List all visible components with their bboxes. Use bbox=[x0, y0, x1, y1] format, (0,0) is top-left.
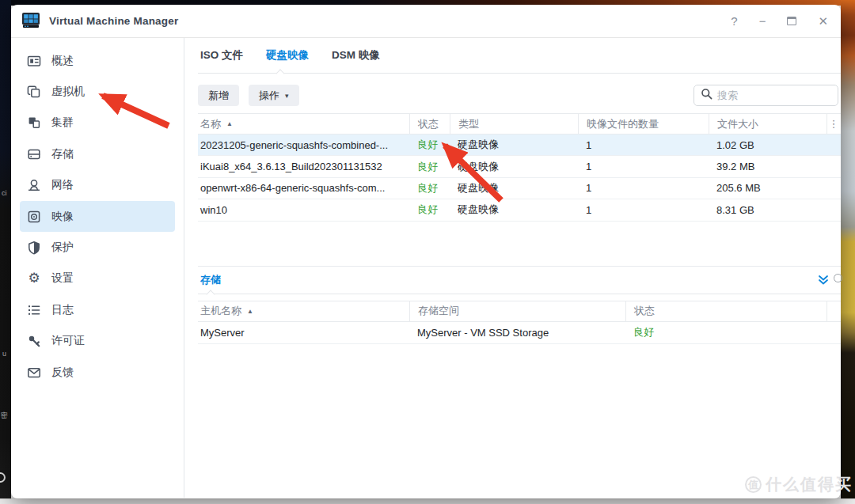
chevron-down-icon: ▾ bbox=[285, 92, 289, 100]
status-badge: 良好 bbox=[409, 160, 450, 174]
virtual-machine-icon bbox=[27, 85, 41, 99]
table-row[interactable]: iKuai8_x64_3.6.13_Build202301131532 良好 硬… bbox=[198, 156, 841, 177]
sidebar-item-image[interactable]: 映像 bbox=[20, 201, 175, 232]
column-menu-icon[interactable]: ⋮ bbox=[826, 114, 840, 134]
search-box[interactable] bbox=[694, 85, 838, 106]
active-tab-notch bbox=[276, 69, 284, 78]
column-header-space[interactable]: 存储空间 bbox=[409, 301, 625, 321]
table-row[interactable]: win10 良好 硬盘映像 1 8.31 GB bbox=[198, 199, 841, 221]
sidebar-item-label: 概述 bbox=[51, 54, 74, 68]
add-button[interactable]: 新增 bbox=[198, 85, 239, 106]
column-header-count[interactable]: 映像文件的数量 bbox=[578, 114, 709, 134]
window-title: Virtual Machine Manager bbox=[49, 15, 178, 27]
table-row[interactable]: 20231205-generic-squashfs-combined-... 良… bbox=[198, 135, 841, 156]
status-badge: 良好 bbox=[409, 138, 450, 152]
app-icon bbox=[21, 11, 40, 32]
cell-type: 硬盘映像 bbox=[450, 181, 578, 195]
cell-type: 硬盘映像 bbox=[450, 203, 578, 217]
table-row[interactable]: openwrt-x86-64-generic-squashfs-com... 良… bbox=[198, 178, 841, 199]
sidebar-item-label: 日志 bbox=[51, 303, 74, 317]
cell-name: openwrt-x86-64-generic-squashfs-com... bbox=[198, 182, 409, 194]
sidebar-item-label: 虚拟机 bbox=[51, 85, 85, 99]
sidebar-item-settings[interactable]: ⚙ 设置 bbox=[20, 263, 175, 294]
storage-section: 存储 主机名称 ▲ 存储空间 状态 bbox=[198, 266, 841, 344]
action-dropdown-button[interactable]: 操作 ▾ bbox=[249, 85, 299, 106]
column-header-name[interactable]: 名称 ▲ bbox=[198, 114, 409, 134]
cell-name: 20231205-generic-squashfs-combined-... bbox=[198, 139, 409, 151]
search-icon bbox=[701, 88, 712, 103]
maximize-button[interactable] bbox=[787, 17, 796, 25]
sidebar-item-label: 存储 bbox=[51, 147, 74, 161]
image-table-header: 名称 ▲ 状态 类型 映像文件的数量 文件大小 ⋮ bbox=[198, 113, 841, 135]
list-icon bbox=[27, 303, 41, 317]
sidebar-item-label: 网络 bbox=[51, 178, 74, 192]
column-header-label: 存储空间 bbox=[418, 304, 459, 318]
sidebar: 概述 虚拟机 集群 bbox=[11, 38, 184, 498]
sidebar-item-cluster[interactable]: 集群 bbox=[20, 108, 175, 138]
sidebar-item-network[interactable]: 网络 bbox=[20, 170, 175, 201]
network-icon bbox=[27, 178, 41, 192]
sidebar-item-label: 设置 bbox=[51, 271, 74, 286]
column-header-type[interactable]: 类型 bbox=[450, 114, 578, 134]
tab-disk-images[interactable]: 硬盘映像 bbox=[266, 48, 309, 63]
background-circle-mark bbox=[834, 274, 842, 282]
cell-count: 1 bbox=[578, 204, 709, 216]
window-body: 概述 虚拟机 集群 bbox=[11, 38, 841, 498]
cell-type: 硬盘映像 bbox=[450, 138, 578, 152]
status-badge: 良好 bbox=[625, 325, 826, 339]
cell-size: 39.2 MB bbox=[709, 161, 826, 172]
sidebar-item-license[interactable]: 许可证 bbox=[20, 326, 175, 357]
watermark: 值 什么值得买 bbox=[745, 474, 853, 495]
cell-name: iKuai8_x64_3.6.13_Build202301131532 bbox=[198, 161, 409, 172]
collapse-double-chevron-icon[interactable] bbox=[818, 275, 829, 286]
background-text-fragment: u bbox=[2, 351, 6, 358]
desktop-background-left: ci u 密 bbox=[0, 0, 11, 498]
shield-icon bbox=[27, 241, 41, 255]
desktop: ci u 密 Virtual Machine Ma bbox=[0, 0, 855, 504]
sidebar-item-label: 反馈 bbox=[51, 366, 74, 380]
cell-space: MyServer - VM SSD Storage bbox=[409, 327, 625, 339]
storage-table-row[interactable]: MyServer MyServer - VM SSD Storage 良好 bbox=[198, 322, 841, 344]
close-button[interactable]: ✕ bbox=[818, 15, 828, 27]
vmm-window: Virtual Machine Manager ? − ✕ 概述 bbox=[11, 5, 841, 498]
column-header-label: 状态 bbox=[634, 304, 655, 318]
cell-count: 1 bbox=[578, 139, 709, 151]
background-text-fragment: ci bbox=[2, 190, 7, 197]
column-header-host[interactable]: 主机名称 ▲ bbox=[198, 301, 409, 321]
cell-count: 1 bbox=[578, 182, 709, 194]
cell-size: 205.6 MB bbox=[709, 182, 826, 194]
action-dropdown-label: 操作 bbox=[259, 89, 279, 103]
sidebar-item-storage[interactable]: 存储 bbox=[20, 138, 175, 169]
tab-bar: ISO 文件 硬盘映像 DSM 映像 bbox=[198, 46, 841, 74]
tab-dsm-images[interactable]: DSM 映像 bbox=[332, 48, 380, 63]
sidebar-item-label: 集群 bbox=[51, 116, 74, 130]
tab-iso-files[interactable]: ISO 文件 bbox=[200, 48, 243, 63]
minimize-button[interactable]: − bbox=[759, 15, 766, 27]
cell-size: 1.02 GB bbox=[709, 139, 826, 151]
column-header-status[interactable]: 状态 bbox=[625, 301, 826, 321]
sort-ascending-icon: ▲ bbox=[226, 120, 233, 127]
column-header-status[interactable]: 状态 bbox=[409, 114, 450, 134]
sidebar-item-overview[interactable]: 概述 bbox=[20, 45, 175, 76]
search-input[interactable] bbox=[717, 89, 831, 101]
column-header-size[interactable]: 文件大小 bbox=[709, 114, 826, 134]
storage-icon bbox=[27, 147, 41, 161]
storage-section-title[interactable]: 存储 bbox=[200, 273, 221, 287]
column-header-label: 映像文件的数量 bbox=[587, 117, 659, 131]
help-button[interactable]: ? bbox=[731, 15, 737, 27]
watermark-text: 什么值得买 bbox=[766, 474, 853, 495]
image-table: 名称 ▲ 状态 类型 映像文件的数量 文件大小 ⋮ 20231205-gener… bbox=[198, 113, 841, 222]
sidebar-item-log[interactable]: 日志 bbox=[20, 294, 175, 325]
column-header-label: 状态 bbox=[418, 117, 439, 131]
sidebar-item-label: 保护 bbox=[51, 241, 74, 255]
sidebar-item-protection[interactable]: 保护 bbox=[20, 232, 175, 263]
key-icon bbox=[27, 334, 41, 348]
cluster-icon bbox=[27, 116, 41, 130]
cell-size: 8.31 GB bbox=[709, 204, 826, 216]
sort-ascending-icon: ▲ bbox=[247, 308, 253, 315]
sidebar-item-label: 许可证 bbox=[51, 334, 85, 348]
status-badge: 良好 bbox=[409, 181, 450, 195]
sidebar-item-feedback[interactable]: 反馈 bbox=[20, 357, 175, 388]
desktop-background-right bbox=[841, 0, 855, 504]
sidebar-item-virtual-machine[interactable]: 虚拟机 bbox=[20, 76, 175, 107]
